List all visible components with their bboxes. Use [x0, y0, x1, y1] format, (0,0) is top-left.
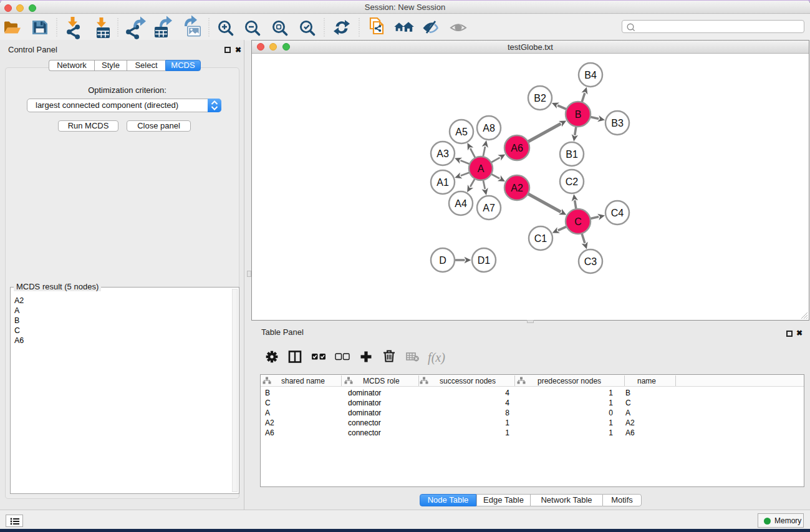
- svg-text:A6: A6: [511, 143, 523, 153]
- svg-text:B3: B3: [611, 118, 624, 128]
- svg-text:C3: C3: [584, 256, 597, 267]
- svg-text:C1: C1: [534, 233, 547, 244]
- svg-text:D1: D1: [478, 255, 491, 266]
- svg-text:D: D: [439, 255, 446, 266]
- svg-text:A1: A1: [436, 177, 449, 188]
- svg-text:C: C: [574, 216, 582, 227]
- svg-text:B1: B1: [566, 149, 578, 160]
- svg-text:B2: B2: [534, 93, 546, 104]
- svg-text:A8: A8: [483, 123, 495, 133]
- svg-text:A7: A7: [483, 203, 495, 213]
- svg-text:A: A: [478, 163, 485, 174]
- svg-text:f(x): f(x): [428, 351, 445, 365]
- svg-text:B4: B4: [584, 70, 597, 80]
- svg-text:C4: C4: [611, 208, 624, 218]
- svg-text:B: B: [575, 109, 582, 120]
- svg-text:C2: C2: [566, 177, 579, 187]
- svg-text:A3: A3: [436, 148, 449, 159]
- svg-text:A4: A4: [455, 198, 467, 209]
- svg-text:A5: A5: [455, 127, 468, 137]
- svg-text:A2: A2: [511, 183, 523, 193]
